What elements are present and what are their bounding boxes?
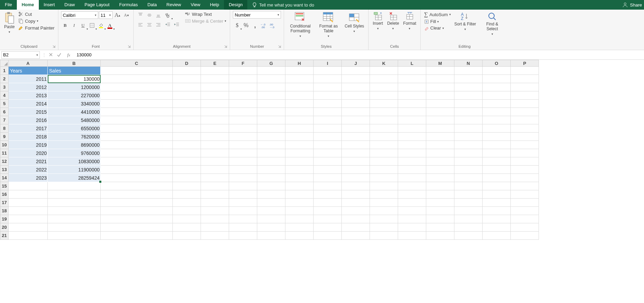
cell-I20[interactable]	[314, 223, 342, 232]
cell-N12[interactable]	[454, 157, 483, 166]
col-header-B[interactable]: B	[48, 60, 101, 67]
row-header-2[interactable]: 2	[0, 75, 9, 83]
cell-J20[interactable]	[342, 223, 370, 232]
tab-draw[interactable]: Draw	[60, 0, 80, 10]
cell-L6[interactable]	[398, 108, 426, 116]
cell-O16[interactable]	[483, 190, 511, 199]
cell-H4[interactable]	[285, 91, 314, 100]
cell-P8[interactable]	[511, 124, 539, 133]
col-header-P[interactable]: P	[511, 60, 539, 67]
cell-I9[interactable]	[314, 133, 342, 141]
cell-P15[interactable]	[511, 182, 539, 190]
col-header-E[interactable]: E	[201, 60, 229, 67]
cell-H18[interactable]	[285, 207, 314, 215]
cell-E10[interactable]	[201, 141, 229, 149]
cell-O17[interactable]	[483, 199, 511, 207]
align-left-button[interactable]	[136, 21, 145, 29]
fill-color-button[interactable]	[97, 21, 105, 30]
cell-C8[interactable]	[101, 124, 173, 133]
cell-A17[interactable]	[9, 199, 48, 207]
cell-G18[interactable]	[257, 207, 285, 215]
cell-G9[interactable]	[257, 133, 285, 141]
cell-A12[interactable]: 2021	[9, 157, 48, 166]
cell-P6[interactable]	[511, 108, 539, 116]
cell-F10[interactable]	[229, 141, 257, 149]
cell-F4[interactable]	[229, 91, 257, 100]
cell-C18[interactable]	[101, 207, 173, 215]
cell-C11[interactable]	[101, 149, 173, 157]
cell-E4[interactable]	[201, 91, 229, 100]
cell-O14[interactable]	[483, 174, 511, 182]
cell-J16[interactable]	[342, 190, 370, 199]
tab-page-layout[interactable]: Page Layout	[80, 0, 114, 10]
shrink-font-button[interactable]: A▾	[122, 11, 131, 19]
cell-M17[interactable]	[426, 199, 454, 207]
formula-input[interactable]: 130000	[74, 52, 644, 57]
cell-P3[interactable]	[511, 83, 539, 91]
col-header-G[interactable]: G	[257, 60, 285, 67]
cell-D11[interactable]	[173, 149, 201, 157]
cell-B14[interactable]: 28259424	[48, 174, 101, 182]
cell-N2[interactable]	[454, 75, 483, 83]
clipboard-launcher-icon[interactable]: ⇲	[53, 45, 55, 48]
cell-K10[interactable]	[370, 141, 398, 149]
tab-insert[interactable]: Insert	[39, 0, 60, 10]
cell-E1[interactable]	[201, 67, 229, 75]
cancel-formula-button[interactable]	[48, 52, 56, 58]
cell-J19[interactable]	[342, 215, 370, 223]
bold-button[interactable]: B	[61, 21, 69, 30]
cell-B18[interactable]	[48, 207, 101, 215]
cell-C19[interactable]	[101, 215, 173, 223]
cell-P11[interactable]	[511, 149, 539, 157]
cell-L20[interactable]	[398, 223, 426, 232]
cell-F17[interactable]	[229, 199, 257, 207]
cell-I12[interactable]	[314, 157, 342, 166]
font-name-select[interactable]: Calibri▾	[61, 11, 98, 19]
number-launcher-icon[interactable]: ⇲	[278, 45, 281, 48]
cell-N9[interactable]	[454, 133, 483, 141]
cell-F1[interactable]	[229, 67, 257, 75]
cell-P7[interactable]	[511, 116, 539, 124]
cell-F12[interactable]	[229, 157, 257, 166]
cell-L18[interactable]	[398, 207, 426, 215]
cell-E9[interactable]	[201, 133, 229, 141]
cell-N14[interactable]	[454, 174, 483, 182]
cell-M21[interactable]	[426, 232, 454, 240]
cell-C5[interactable]	[101, 100, 173, 108]
cell-D13[interactable]	[173, 166, 201, 174]
format-as-table-button[interactable]: Format as Table▾	[315, 11, 342, 38]
cell-O13[interactable]	[483, 166, 511, 174]
cell-N1[interactable]	[454, 67, 483, 75]
tab-home[interactable]: Home	[17, 0, 39, 10]
decrease-indent-button[interactable]	[164, 21, 172, 29]
cell-K4[interactable]	[370, 91, 398, 100]
cell-M19[interactable]	[426, 215, 454, 223]
cell-B4[interactable]: 2270000	[48, 91, 101, 100]
increase-decimal-button[interactable]: ←.0.00	[260, 21, 268, 30]
cell-H9[interactable]	[285, 133, 314, 141]
cell-D2[interactable]	[173, 75, 201, 83]
tab-data[interactable]: Data	[143, 0, 161, 10]
cell-M12[interactable]	[426, 157, 454, 166]
col-header-M[interactable]: M	[426, 60, 454, 67]
share-button[interactable]: Share	[630, 2, 642, 8]
cell-H3[interactable]	[285, 83, 314, 91]
cell-K18[interactable]	[370, 207, 398, 215]
cell-P17[interactable]	[511, 199, 539, 207]
cell-H7[interactable]	[285, 116, 314, 124]
cell-I13[interactable]	[314, 166, 342, 174]
cell-K17[interactable]	[370, 199, 398, 207]
cell-J15[interactable]	[342, 182, 370, 190]
cell-K21[interactable]	[370, 232, 398, 240]
cell-K1[interactable]	[370, 67, 398, 75]
cell-G6[interactable]	[257, 108, 285, 116]
cell-D7[interactable]	[173, 116, 201, 124]
cell-O10[interactable]	[483, 141, 511, 149]
cell-C4[interactable]	[101, 91, 173, 100]
cell-K11[interactable]	[370, 149, 398, 157]
cell-J6[interactable]	[342, 108, 370, 116]
cell-P10[interactable]	[511, 141, 539, 149]
cell-F9[interactable]	[229, 133, 257, 141]
row-header-4[interactable]: 4	[0, 91, 9, 100]
borders-button[interactable]	[88, 21, 96, 30]
